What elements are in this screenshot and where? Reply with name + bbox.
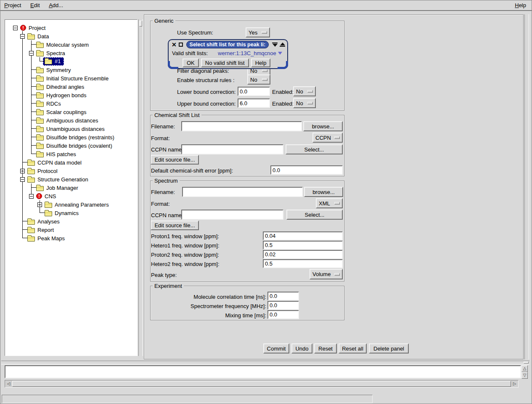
tree-node-report[interactable]: Report bbox=[20, 226, 54, 234]
tree-node-spectra[interactable]: Spectra bbox=[29, 49, 65, 57]
spectrum-ccpn-name-input[interactable] bbox=[181, 210, 283, 220]
dialog-title: Select shift list for this peak li: bbox=[186, 41, 269, 48]
proton1-input[interactable] bbox=[263, 231, 343, 240]
shift-select-button[interactable]: Select... bbox=[286, 144, 343, 154]
log-scroll-right-button[interactable]: ▷ bbox=[511, 380, 518, 387]
tree-node-disulfide-bridges-restraints[interactable]: Disulfide bridges (restraints) bbox=[29, 133, 114, 141]
tree-tick-line bbox=[29, 116, 36, 125]
tree-node-unambiguous-distances[interactable]: Unambiguous distances bbox=[29, 125, 105, 133]
selected-tree-node[interactable]: #1 bbox=[43, 57, 64, 66]
tree-node-protocol[interactable]: Protocol bbox=[20, 167, 58, 175]
tree-node-molecular-system[interactable]: Molecular system bbox=[29, 40, 89, 49]
menu-item-edit[interactable]: Edit bbox=[26, 0, 43, 10]
tree-node-rdcs[interactable]: RDCs bbox=[29, 99, 61, 108]
dialog-help-button[interactable]: Help bbox=[251, 58, 271, 67]
collapse-icon[interactable] bbox=[20, 177, 25, 182]
no-valid-shift-list-button[interactable]: No valid shift list bbox=[201, 58, 249, 67]
spectrum-filename-input[interactable] bbox=[182, 187, 303, 197]
use-spectrum-dropdown[interactable]: Yes bbox=[246, 27, 270, 37]
delete-panel-button[interactable]: Delete panel bbox=[369, 343, 409, 354]
expand-icon[interactable] bbox=[20, 169, 25, 173]
menu-item-add[interactable]: Add... bbox=[45, 0, 67, 10]
valid-shift-lists-value[interactable]: werner:1:13C_hmqcnoe bbox=[218, 50, 276, 56]
spectrum-format-dropdown[interactable]: XML bbox=[316, 198, 343, 208]
spectrum-ccpn-name-label: CCPN name: bbox=[151, 212, 183, 218]
expand-icon[interactable] bbox=[37, 202, 42, 207]
main-scrollbar-thumb[interactable] bbox=[524, 361, 529, 364]
main-horizontal-scrollbar[interactable] bbox=[1, 361, 529, 364]
hetero1-input[interactable] bbox=[263, 241, 343, 250]
ok-button[interactable]: OK bbox=[183, 58, 199, 67]
tree-node-cns[interactable]: CNS bbox=[29, 192, 56, 200]
spectrum-browse-button[interactable]: browse... bbox=[304, 187, 343, 197]
mixing-time-input[interactable] bbox=[267, 310, 299, 319]
shade-icon[interactable] bbox=[272, 43, 278, 47]
tree-tick-line bbox=[29, 125, 36, 133]
tree-node-symmetry[interactable]: Symmetry bbox=[29, 66, 71, 74]
menu-item-help[interactable]: Help bbox=[511, 0, 530, 10]
upper-enabled-dropdown[interactable]: No bbox=[293, 98, 316, 108]
log-scroll-up-button[interactable]: △ bbox=[521, 365, 528, 372]
tree-node-dihedral-angles[interactable]: Dihedral angles bbox=[29, 82, 84, 91]
lower-enabled-dropdown[interactable]: No bbox=[293, 86, 316, 96]
menu-item-project[interactable]: Project bbox=[0, 0, 25, 10]
collapse-icon[interactable] bbox=[20, 34, 25, 39]
shift-filename-input[interactable] bbox=[181, 121, 302, 131]
tree-node-label: Dynamics bbox=[55, 210, 79, 216]
folder-icon bbox=[36, 68, 44, 73]
peak-type-dropdown[interactable]: Volume bbox=[310, 269, 343, 279]
dropdown-triangle-icon[interactable] bbox=[278, 52, 282, 55]
lower-bound-input[interactable] bbox=[238, 87, 270, 96]
log-scroll-down-button[interactable]: ▽ bbox=[521, 372, 528, 379]
log-scroll-left-button[interactable]: ◁ bbox=[5, 380, 12, 387]
shift-edit-source-button[interactable]: Edit source file... bbox=[151, 155, 199, 165]
tree-tick-line bbox=[29, 133, 36, 141]
tree-node-1[interactable]: #1 bbox=[37, 57, 64, 66]
tree-node-scalar-couplings[interactable]: Scalar couplings bbox=[29, 108, 86, 116]
collapse-icon[interactable] bbox=[29, 51, 34, 56]
log-horizontal-thumb[interactable] bbox=[12, 381, 511, 387]
tree-node-data[interactable]: Data bbox=[20, 32, 49, 40]
commit-button[interactable]: Commit bbox=[263, 343, 289, 354]
log-horizontal-scrollbar[interactable]: ◁ ▷ bbox=[5, 380, 519, 388]
maximize-icon[interactable] bbox=[179, 43, 183, 47]
tree-node-project[interactable]: Project bbox=[13, 24, 45, 32]
tree-node-hydrogen-bonds[interactable]: Hydrogen bonds bbox=[29, 91, 86, 99]
main-vertical-scrollbar[interactable] bbox=[524, 14, 529, 359]
tree-scrollbar-thumb[interactable] bbox=[139, 21, 142, 27]
upper-bound-input[interactable] bbox=[238, 98, 270, 108]
undo-button[interactable]: Undo bbox=[291, 343, 312, 354]
shift-error-input[interactable] bbox=[270, 165, 343, 175]
dialog-title-bar[interactable]: ✕ Select shift list for this peak li: bbox=[169, 40, 287, 49]
tree-node-analyses[interactable]: Analyses bbox=[20, 217, 60, 226]
group-generic-title: Generic bbox=[153, 18, 175, 24]
tree-node-job-manager[interactable]: Job Manager bbox=[29, 183, 78, 192]
tree-node-annealing-parameters[interactable]: Annealing Parameters bbox=[37, 200, 109, 209]
correlation-time-input[interactable] bbox=[267, 292, 299, 300]
tree-node-ambiguous-distances[interactable]: Ambiguous distances bbox=[29, 116, 98, 125]
collapse-icon[interactable] bbox=[13, 26, 18, 30]
spectrum-select-button[interactable]: Select... bbox=[286, 210, 343, 220]
shift-ccpn-name-input[interactable] bbox=[181, 144, 283, 154]
restore-icon[interactable] bbox=[280, 43, 285, 47]
spectrometer-frequency-input[interactable] bbox=[267, 301, 299, 310]
tree-node-disulfide-bridges-covalent[interactable]: Disulfide bridges (covalent) bbox=[29, 141, 112, 150]
collapse-icon[interactable] bbox=[29, 194, 34, 199]
reset-all-button[interactable]: Reset all bbox=[339, 343, 367, 354]
shift-format-dropdown[interactable]: CCPN bbox=[312, 133, 343, 143]
tree-node-initial-structure-ensemble[interactable]: Initial Structure Ensemble bbox=[29, 74, 109, 82]
tree-node-ccpn-data-model[interactable]: CCPN data model bbox=[20, 158, 82, 167]
tree-vertical-scrollbar[interactable] bbox=[138, 19, 143, 356]
tree-node-structure-generation[interactable]: Structure Generation bbox=[20, 175, 88, 183]
close-icon[interactable]: ✕ bbox=[172, 42, 177, 48]
log-output[interactable] bbox=[5, 365, 521, 378]
shift-browse-button[interactable]: browse... bbox=[303, 121, 343, 131]
tree-node-his-patches[interactable]: HIS patches bbox=[29, 150, 76, 158]
spectrum-edit-source-button[interactable]: Edit source file... bbox=[151, 221, 199, 230]
hetero2-input[interactable] bbox=[263, 259, 343, 268]
proton2-input[interactable] bbox=[263, 250, 343, 259]
tree-node-dynamics[interactable]: Dynamics bbox=[37, 209, 79, 217]
reset-button[interactable]: Reset bbox=[314, 343, 337, 354]
structural-rules-dropdown[interactable]: No bbox=[247, 74, 270, 85]
tree-node-peak-maps[interactable]: Peak Maps bbox=[20, 234, 65, 242]
